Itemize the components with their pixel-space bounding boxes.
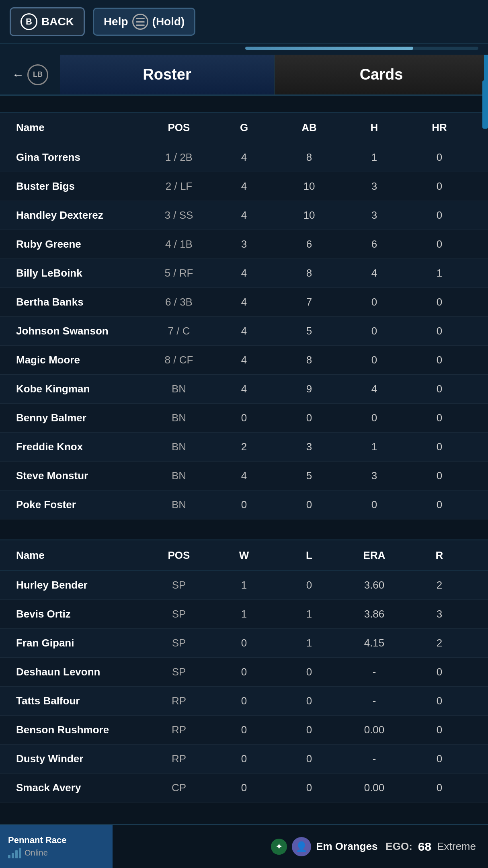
batters-header-g: G <box>211 121 277 134</box>
batter-h: 3 <box>342 180 407 193</box>
tab-cards[interactable]: Cards <box>275 55 488 94</box>
batters-header-ab: AB <box>277 121 342 134</box>
batter-ab: 7 <box>277 296 342 308</box>
lb-label: LB <box>33 70 43 79</box>
pitcher-r: 0 <box>407 782 472 794</box>
pitcher-name: Hurley Bender <box>16 579 146 591</box>
batter-ab: 6 <box>277 238 342 250</box>
batter-h: 6 <box>342 238 407 250</box>
table-row[interactable]: Dusty Winder RP 0 0 - 0 <box>0 745 488 774</box>
progress-bar-fill <box>245 47 413 50</box>
scroll-accent[interactable] <box>482 80 488 129</box>
pitchers-header-l: L <box>277 549 342 562</box>
signal-bars-icon <box>8 848 21 858</box>
table-row[interactable]: Bevis Ortiz SP 1 1 3.86 3 <box>0 600 488 629</box>
pitcher-r: 2 <box>407 637 472 649</box>
compass-icon: ✦ <box>271 839 287 855</box>
table-row[interactable]: Steve Monstur BN 4 5 3 0 <box>0 462 488 490</box>
pitchers-header-w: W <box>211 549 277 562</box>
pitcher-r: 2 <box>407 579 472 591</box>
lb-button[interactable]: ← LB <box>0 55 60 94</box>
pitcher-pos: SP <box>146 637 211 649</box>
table-row[interactable]: Benny Balmer BN 0 0 0 0 <box>0 404 488 433</box>
batter-name: Freddie Knox <box>16 441 146 453</box>
table-row[interactable]: Handley Dexterez 3 / SS 4 10 3 0 <box>0 201 488 230</box>
batters-rows: Gina Torrens 1 / 2B 4 8 1 0 Buster Bigs … <box>0 143 488 519</box>
batter-h: 3 <box>342 470 407 482</box>
batter-ab: 9 <box>277 383 342 395</box>
table-row[interactable]: Poke Foster BN 0 0 0 0 <box>0 490 488 519</box>
batter-h: 1 <box>342 441 407 453</box>
roster-tab-label: Roster <box>143 66 191 83</box>
batter-g: 4 <box>211 296 277 308</box>
batter-hr: 0 <box>407 470 472 482</box>
batters-header-hr: HR <box>407 121 472 134</box>
back-button[interactable]: B BACK <box>10 7 85 36</box>
batter-h: 0 <box>342 499 407 511</box>
table-row[interactable]: Billy LeBoink 5 / RF 4 8 4 1 <box>0 259 488 288</box>
batter-ab: 5 <box>277 325 342 337</box>
pitcher-era: - <box>342 695 407 707</box>
batter-hr: 0 <box>407 383 472 395</box>
hold-label: (Hold) <box>152 15 185 28</box>
tab-roster[interactable]: Roster <box>60 55 275 94</box>
batter-ab: 3 <box>277 441 342 453</box>
batter-ab: 8 <box>277 354 342 366</box>
batter-pos: 6 / 3B <box>146 296 211 308</box>
batter-hr: 0 <box>407 354 472 366</box>
pitcher-era: 0.00 <box>342 782 407 794</box>
batters-header-name: Name <box>16 121 146 134</box>
batter-hr: 0 <box>407 412 472 424</box>
batter-h: 4 <box>342 383 407 395</box>
table-row[interactable]: Buster Bigs 2 / LF 4 10 3 0 <box>0 172 488 201</box>
pitcher-era: 0.00 <box>342 724 407 736</box>
table-row[interactable]: Benson Rushmore RP 0 0 0.00 0 <box>0 716 488 745</box>
help-button[interactable]: Help (Hold) <box>93 8 196 36</box>
bottom-right-section: ✦ 👤 Em Oranges EGO: 68 Extreme <box>113 837 488 856</box>
batter-h: 0 <box>342 296 407 308</box>
table-row[interactable]: Johnson Swanson 7 / C 4 5 0 0 <box>0 317 488 346</box>
pitcher-w: 0 <box>211 695 277 707</box>
batter-ab: 0 <box>277 499 342 511</box>
table-row[interactable]: Bertha Banks 6 / 3B 4 7 0 0 <box>0 288 488 317</box>
extreme-label: Extreme <box>437 840 476 853</box>
batter-g: 0 <box>211 412 277 424</box>
batter-name: Steve Monstur <box>16 470 146 482</box>
table-row[interactable]: Smack Avery CP 0 0 0.00 0 <box>0 774 488 802</box>
batter-h: 0 <box>342 412 407 424</box>
table-row[interactable]: Deshaun Levonn SP 0 0 - 0 <box>0 658 488 687</box>
table-row[interactable]: Freddie Knox BN 2 3 1 0 <box>0 433 488 462</box>
table-row[interactable]: Gina Torrens 1 / 2B 4 8 1 0 <box>0 143 488 172</box>
pitcher-l: 0 <box>277 695 342 707</box>
online-status: Online <box>8 848 105 858</box>
pitcher-r: 0 <box>407 724 472 736</box>
batter-name: Handley Dexterez <box>16 209 146 222</box>
batter-h: 3 <box>342 209 407 222</box>
pitcher-pos: SP <box>146 608 211 620</box>
bottom-bar: Pennant Race Online ✦ 👤 Em Oranges EGO: … <box>0 824 488 868</box>
table-row[interactable]: Fran Gipani SP 0 1 4.15 2 <box>0 629 488 658</box>
tab-navigation: ← LB Roster Cards <box>0 55 488 96</box>
batter-hr: 0 <box>407 499 472 511</box>
batter-ab: 8 <box>277 267 342 279</box>
table-row[interactable]: Magic Moore 8 / CF 4 8 0 0 <box>0 346 488 375</box>
pitcher-w: 0 <box>211 637 277 649</box>
batter-ab: 8 <box>277 151 342 164</box>
pitchers-table-section: Name POS W L ERA R Hurley Bender SP 1 0 … <box>0 540 488 802</box>
batter-name: Billy LeBoink <box>16 267 146 279</box>
table-row[interactable]: Kobe Kingman BN 4 9 4 0 <box>0 375 488 404</box>
pitcher-w: 0 <box>211 666 277 678</box>
table-row[interactable]: Hurley Bender SP 1 0 3.60 2 <box>0 571 488 600</box>
username-label: Em Oranges <box>316 840 377 853</box>
pitcher-l: 0 <box>277 782 342 794</box>
pitcher-era: 3.60 <box>342 579 407 591</box>
table-row[interactable]: Ruby Greene 4 / 1B 3 6 6 0 <box>0 230 488 259</box>
pitcher-era: - <box>342 753 407 765</box>
pitcher-name: Tatts Balfour <box>16 695 146 707</box>
batter-pos: BN <box>146 470 211 482</box>
batter-hr: 1 <box>407 267 472 279</box>
table-row[interactable]: Tatts Balfour RP 0 0 - 0 <box>0 687 488 716</box>
batter-g: 4 <box>211 180 277 193</box>
batter-pos: BN <box>146 499 211 511</box>
pennant-race-label: Pennant Race <box>8 835 105 845</box>
